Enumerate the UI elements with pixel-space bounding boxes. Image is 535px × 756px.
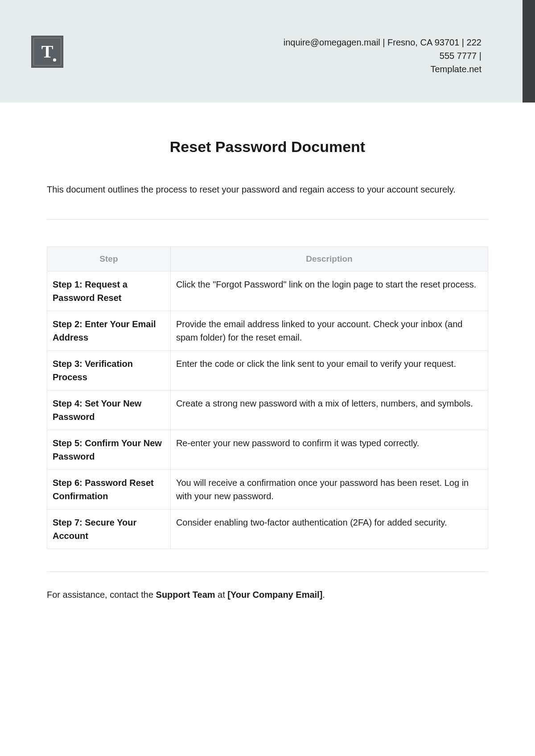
- contact-line-2: Template.net: [268, 62, 482, 76]
- header-band: T inquire@omegagen.mail | Fresno, CA 937…: [0, 0, 535, 103]
- desc-cell: Consider enabling two-factor authenticat…: [170, 509, 488, 549]
- footer-text: For assistance, contact the Support Team…: [47, 590, 488, 600]
- desc-cell: Provide the email address linked to your…: [170, 311, 488, 351]
- footer-support: Support Team: [156, 590, 215, 600]
- table-row: Step 5: Confirm Your New Password Re-ent…: [47, 430, 488, 470]
- step-cell: Step 6: Password Reset Confirmation: [47, 470, 171, 509]
- col-header-step: Step: [47, 247, 171, 271]
- steps-table: Step Description Step 1: Request a Passw…: [47, 247, 488, 549]
- table-row: Step 1: Request a Password Reset Click t…: [47, 271, 488, 311]
- desc-cell: Enter the code or click the link sent to…: [170, 351, 488, 390]
- contact-line-1: inquire@omegagen.mail | Fresno, CA 93701…: [268, 36, 482, 62]
- footer-email: [Your Company Email]: [227, 590, 322, 600]
- table-row: Step 7: Secure Your Account Consider ena…: [47, 509, 488, 549]
- table-row: Step 4: Set Your New Password Create a s…: [47, 390, 488, 430]
- desc-cell: Re-enter your new password to confirm it…: [170, 430, 488, 470]
- table-row: Step 6: Password Reset Confirmation You …: [47, 470, 488, 509]
- page-title: Reset Password Document: [47, 138, 488, 156]
- divider-top: [47, 219, 488, 220]
- intro-text: This document outlines the process to re…: [47, 182, 488, 197]
- desc-cell: Click the "Forgot Password" link on the …: [170, 271, 488, 311]
- header-accent-dark: [523, 0, 535, 103]
- document-content: Reset Password Document This document ou…: [0, 103, 535, 627]
- desc-cell: Create a strong new password with a mix …: [170, 390, 488, 430]
- logo: T: [31, 36, 63, 68]
- table-row: Step 2: Enter Your Email Address Provide…: [47, 311, 488, 351]
- step-cell: Step 3: Verification Process: [47, 351, 171, 390]
- footer-mid: at: [215, 590, 228, 600]
- divider-bottom: [47, 571, 488, 572]
- footer-suffix: .: [322, 590, 325, 600]
- footer-prefix: For assistance, contact the: [47, 590, 156, 600]
- desc-cell: You will receive a confirmation once you…: [170, 470, 488, 509]
- step-cell: Step 2: Enter Your Email Address: [47, 311, 171, 351]
- step-cell: Step 4: Set Your New Password: [47, 390, 171, 430]
- table-row: Step 3: Verification Process Enter the c…: [47, 351, 488, 390]
- step-cell: Step 5: Confirm Your New Password: [47, 430, 171, 470]
- step-cell: Step 1: Request a Password Reset: [47, 271, 171, 311]
- logo-dot-icon: [53, 58, 56, 62]
- logo-letter: T: [41, 43, 54, 61]
- col-header-description: Description: [170, 247, 488, 271]
- step-cell: Step 7: Secure Your Account: [47, 509, 171, 549]
- header-contact: inquire@omegagen.mail | Fresno, CA 93701…: [268, 36, 517, 76]
